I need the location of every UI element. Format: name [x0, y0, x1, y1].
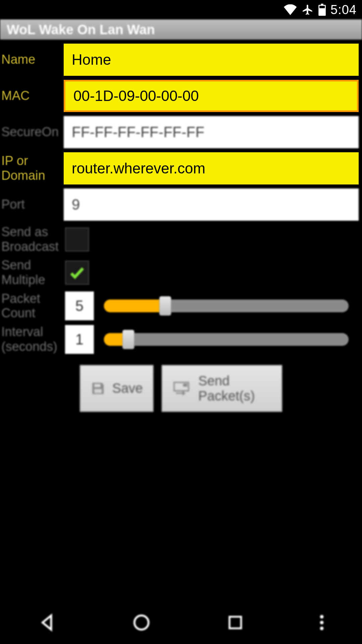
status-time: 5:04 — [330, 3, 357, 17]
multiple-label: Send Multiple — [0, 258, 64, 287]
svg-rect-6 — [229, 617, 241, 629]
packet-count-label: Packet Count — [0, 291, 64, 321]
packet-count-value[interactable]: 5 — [65, 291, 94, 320]
interval-value[interactable]: 1 — [65, 325, 94, 354]
menu-icon[interactable] — [319, 614, 324, 631]
svg-rect-2 — [95, 392, 101, 393]
mac-label: MAC — [0, 89, 64, 103]
ip-label: IP or Domain — [0, 154, 64, 183]
home-icon[interactable] — [132, 613, 151, 632]
save-button[interactable]: Save — [80, 365, 154, 412]
config-form: Name MAC SecureOn IP or Domain Port Send… — [0, 40, 362, 412]
save-button-label: Save — [112, 381, 143, 396]
app-title: WoL Wake On Lan Wan — [7, 22, 155, 37]
secureon-label: SecureOn — [0, 125, 64, 140]
broadcast-label: Send as Broadcast — [0, 225, 64, 254]
status-bar: 5:04 — [0, 0, 362, 19]
svg-point-7 — [320, 615, 324, 619]
interval-label: Interval (seconds) — [0, 325, 64, 354]
ip-input[interactable] — [64, 152, 359, 184]
back-icon[interactable] — [38, 613, 57, 632]
name-label: Name — [0, 52, 64, 67]
send-icon — [172, 378, 192, 398]
battery-icon — [318, 4, 326, 16]
mac-input[interactable] — [64, 80, 359, 112]
send-packets-button[interactable]: Send Packet(s) — [162, 365, 282, 412]
multiple-checkbox[interactable] — [65, 261, 89, 285]
svg-rect-0 — [319, 6, 325, 8]
packet-count-slider[interactable] — [104, 298, 349, 314]
port-label: Port — [0, 197, 64, 212]
svg-point-9 — [320, 627, 324, 630]
svg-point-5 — [134, 615, 148, 630]
interval-slider[interactable] — [104, 331, 349, 348]
send-button-label: Send Packet(s) — [198, 373, 272, 404]
svg-rect-1 — [95, 390, 101, 391]
port-input[interactable] — [64, 189, 359, 221]
app-title-bar: WoL Wake On Lan Wan — [0, 19, 362, 40]
name-input[interactable] — [64, 44, 359, 76]
broadcast-checkbox[interactable] — [65, 227, 89, 252]
android-navbar — [0, 601, 362, 644]
airplane-icon — [302, 4, 314, 16]
recent-apps-icon[interactable] — [227, 614, 244, 631]
save-icon — [90, 378, 106, 399]
svg-point-8 — [320, 621, 324, 625]
secureon-input[interactable] — [64, 116, 359, 148]
svg-rect-4 — [183, 383, 187, 386]
wifi-icon — [284, 4, 297, 15]
check-icon — [68, 264, 86, 281]
